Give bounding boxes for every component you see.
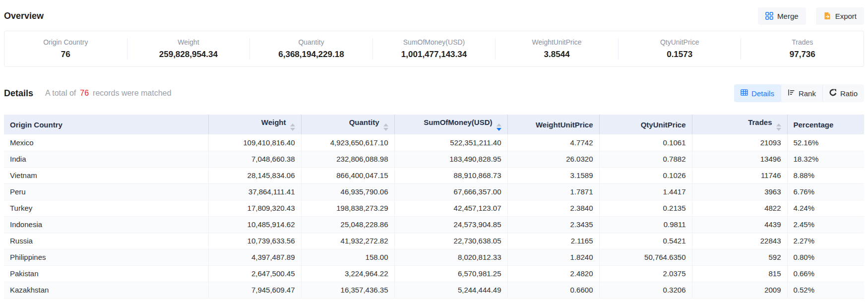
export-button[interactable]: Export <box>816 7 864 25</box>
details-table: Origin CountryWeightQuantitySumOfMoney(U… <box>4 115 864 299</box>
table-cell: 88,910,868.73 <box>394 167 507 183</box>
table-cell: 2,647,500.45 <box>208 265 301 282</box>
tab-details-label: Details <box>751 89 774 98</box>
table-cell: 42,457,123.07 <box>394 200 507 216</box>
column-header-sumofmoney-usd[interactable]: SumOfMoney(USD) <box>394 115 507 134</box>
table-row[interactable]: Indonesia10,485,914.6225,048,228.8624,57… <box>4 216 864 233</box>
table-cell: 37,864,111.41 <box>208 183 301 200</box>
cell-origin-country: Indonesia <box>4 216 208 233</box>
table-cell: 4,397,487.89 <box>208 249 301 265</box>
table-cell: 0.6600 <box>507 282 599 298</box>
stat-label: Origin Country <box>4 38 127 46</box>
sort-icon[interactable] <box>496 123 501 131</box>
stat-label: WeightUnitPrice <box>496 38 618 46</box>
stat-label: Quantity <box>250 38 372 46</box>
stat-value: 76 <box>4 50 127 60</box>
tab-ratio-label: Ratio <box>840 89 858 98</box>
page-title: Overview <box>4 11 44 21</box>
stat-label: Trades <box>741 38 864 46</box>
column-label: Origin Country <box>10 121 62 129</box>
table-cell: 4.7742 <box>507 134 599 151</box>
table-cell: 0.66% <box>787 265 864 282</box>
cell-origin-country: Peru <box>4 183 208 200</box>
column-header-weight[interactable]: Weight <box>208 115 301 134</box>
ratio-icon <box>829 89 837 98</box>
table-cell: 0.1061 <box>599 134 692 151</box>
merge-button-label: Merge <box>777 12 799 20</box>
table-cell: 8,020,812.33 <box>394 249 507 265</box>
sort-icon[interactable] <box>776 123 781 131</box>
stat-value: 259,828,954.34 <box>127 50 250 60</box>
table-cell: 50,764.6350 <box>599 249 692 265</box>
table-cell: 7,945,609.47 <box>208 282 301 298</box>
table-row[interactable]: India7,048,660.38232,806,088.98183,490,8… <box>4 151 864 167</box>
table-cell: 17,809,320.43 <box>208 200 301 216</box>
stat-value: 0.1573 <box>619 50 741 60</box>
table-cell: 7,048,660.38 <box>208 151 301 167</box>
table-cell: 4439 <box>692 216 787 233</box>
tab-details[interactable]: Details <box>734 84 781 102</box>
table-cell: 0.3206 <box>599 282 692 298</box>
table-cell: 4822 <box>692 200 787 216</box>
sort-icon[interactable] <box>290 123 295 131</box>
table-cell: 0.5421 <box>599 233 692 249</box>
tab-rank[interactable]: Rank <box>781 84 822 102</box>
sort-icon[interactable] <box>383 123 388 131</box>
stat-value: 6,368,194,229.18 <box>250 50 372 60</box>
cell-origin-country: Turkey <box>4 200 208 216</box>
stat-origin-country: Origin Country 76 <box>4 38 127 60</box>
stat-quantity: Quantity 6,368,194,229.18 <box>249 38 372 60</box>
matched-count: 76 <box>80 89 89 97</box>
table-cell: 67,666,357.00 <box>394 183 507 200</box>
stat-value: 1,001,477,143.34 <box>373 50 496 60</box>
cell-origin-country: Mexico <box>4 134 208 151</box>
column-label: SumOfMoney(USD) <box>424 118 492 126</box>
table-cell: 10,739,633.56 <box>208 233 301 249</box>
cell-origin-country: Russia <box>4 233 208 249</box>
cell-origin-country: Kazakhstan <box>4 282 208 298</box>
table-cell: 0.52% <box>787 282 864 298</box>
table-cell: 0.1026 <box>599 167 692 183</box>
table-row[interactable]: Peru37,864,111.4146,935,790.0667,666,357… <box>4 183 864 200</box>
table-header-row: Origin CountryWeightQuantitySumOfMoney(U… <box>4 115 864 134</box>
view-switcher: Details Rank Ratio <box>734 84 864 102</box>
stat-value: 97,736 <box>741 50 864 60</box>
table-row[interactable]: Pakistan2,647,500.453,224,964.226,570,98… <box>4 265 864 282</box>
table-cell: 2.1165 <box>507 233 599 249</box>
export-icon <box>823 12 831 20</box>
stat-label: Weight <box>127 38 250 46</box>
table-cell: 0.2135 <box>599 200 692 216</box>
table-row[interactable]: Mexico109,410,816.404,923,650,617.10522,… <box>4 134 864 151</box>
merge-button[interactable]: Merge <box>758 7 806 25</box>
table-row[interactable]: Philippines4,397,487.89158.008,020,812.3… <box>4 249 864 265</box>
table-cell: 1.4417 <box>599 183 692 200</box>
matched-records-text: A total of76records were matched <box>45 89 171 98</box>
table-body: Mexico109,410,816.404,923,650,617.10522,… <box>4 134 864 298</box>
table-cell: 22843 <box>692 233 787 249</box>
stat-label: QtyUnitPrice <box>619 38 741 46</box>
table-row[interactable]: Turkey17,809,320.43198,838,273.2942,457,… <box>4 200 864 216</box>
table-cell: 6,570,981.25 <box>394 265 507 282</box>
table-row[interactable]: Vietnam28,145,834.06866,400,047.1588,910… <box>4 167 864 183</box>
table-cell: 8.88% <box>787 167 864 183</box>
column-header-trades[interactable]: Trades <box>692 115 787 134</box>
table-row[interactable]: Kazakhstan7,945,609.4716,357,436.355,244… <box>4 282 864 298</box>
dashboard-page: Overview Merge Export Origin Country 76 … <box>0 0 868 299</box>
column-header-percentage: Percentage <box>787 115 864 134</box>
table-cell: 0.80% <box>787 249 864 265</box>
table-cell: 6.76% <box>787 183 864 200</box>
tab-ratio[interactable]: Ratio <box>822 84 864 102</box>
table-cell: 158.00 <box>301 249 394 265</box>
column-header-qtyunitprice: QtyUnitPrice <box>599 115 692 134</box>
table-cell: 592 <box>692 249 787 265</box>
table-cell: 109,410,816.40 <box>208 134 301 151</box>
table-cell: 522,351,211.40 <box>394 134 507 151</box>
table-cell: 22,730,638.05 <box>394 233 507 249</box>
table-cell: 198,838,273.29 <box>301 200 394 216</box>
column-label: Quantity <box>349 118 379 126</box>
table-cell: 41,932,272.82 <box>301 233 394 249</box>
column-label: Percentage <box>794 121 834 129</box>
export-button-label: Export <box>835 12 857 20</box>
column-header-quantity[interactable]: Quantity <box>301 115 394 134</box>
table-row[interactable]: Russia10,739,633.5641,932,272.8222,730,6… <box>4 233 864 249</box>
